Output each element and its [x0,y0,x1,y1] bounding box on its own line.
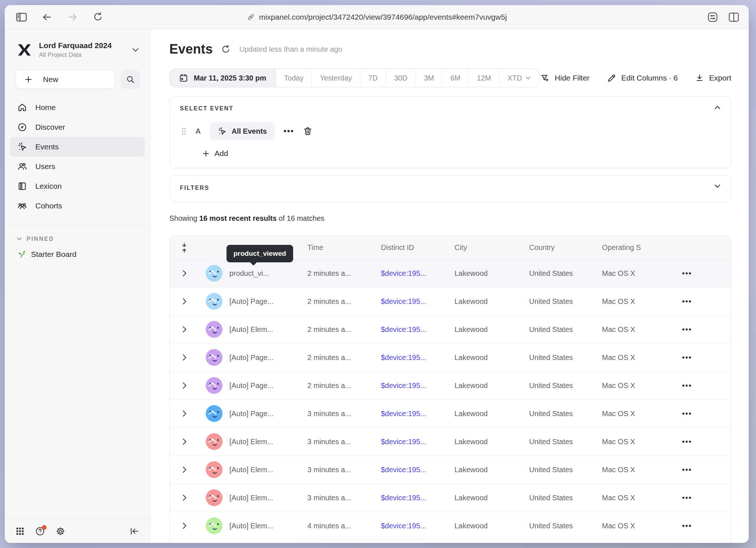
expand-row-icon[interactable] [182,522,187,529]
edit-columns-button[interactable]: Edit Columns · 6 [607,74,678,83]
column-header-distinct-id[interactable]: Distinct ID [381,243,454,252]
page-settings-icon[interactable] [707,12,718,23]
home-icon [17,103,27,112]
row-more-button[interactable]: ••• [682,438,692,446]
distinct-id-link[interactable]: $device:195... [381,466,454,474]
row-more-button[interactable]: ••• [682,325,692,333]
row-more-button[interactable]: ••• [682,494,692,502]
url-text: mixpanel.com/project/3472420/view/397469… [259,13,507,21]
table-row[interactable]: [Auto] Page... 2 minutes a... $device:19… [170,372,731,400]
country-cell: United States [529,269,602,278]
expand-row-icon[interactable] [182,298,187,305]
expand-row-icon[interactable] [182,382,187,389]
sidebar-item-users[interactable]: Users [10,157,145,176]
range-3m[interactable]: 3M [416,69,442,87]
pinned-section-header[interactable]: PINNED [5,226,150,244]
collapse-panel-icon[interactable] [714,105,721,110]
workspace-switcher[interactable]: Lord Farquaad 2024 All Project Data [5,29,150,67]
expand-row-icon[interactable] [182,270,187,277]
expand-row-icon[interactable] [182,494,187,501]
event-more-button[interactable]: ••• [284,126,294,136]
distinct-id-link[interactable]: $device:195... [381,325,454,334]
back-icon[interactable] [40,10,54,24]
distinct-id-link[interactable]: $device:195... [381,297,454,306]
distinct-id-link[interactable]: $device:195... [381,494,454,502]
expand-row-icon[interactable] [182,410,187,417]
address-bar[interactable]: mixpanel.com/project/3472420/view/397469… [247,13,507,21]
city-cell: Lakewood [454,466,529,474]
settings-gear-icon[interactable] [56,527,65,536]
column-header-country[interactable]: Country [529,243,602,252]
table-row[interactable]: [Auto] Elem... 3 minutes a... $device:19… [170,484,731,512]
browser-sidebar-toggle-icon[interactable] [14,10,29,24]
forward-icon[interactable] [65,10,80,24]
row-more-button[interactable]: ••• [682,466,692,474]
table-row[interactable]: [Auto] Elem... 3 minutes a... $device:19… [170,428,731,456]
distinct-id-link[interactable]: $device:195... [381,269,454,278]
help-icon[interactable] [35,527,45,536]
table-row[interactable]: [Auto] Page... 2 minutes a... $device:19… [170,287,731,316]
column-header-city[interactable]: City [454,243,529,252]
add-event-button[interactable]: Add [202,149,721,158]
drag-handle-icon[interactable] [181,127,186,135]
plus-icon [202,150,209,157]
range-today[interactable]: Today [276,69,311,87]
apps-grid-icon[interactable] [16,527,24,536]
export-button[interactable]: Export [695,74,731,82]
row-more-button[interactable]: ••• [682,522,692,530]
split-view-icon[interactable] [728,12,739,22]
sidebar-item-discover[interactable]: Discover [10,117,145,137]
expand-row-icon[interactable] [182,354,187,361]
event-row-letter: A [195,127,201,136]
sidebar-item-events[interactable]: Events [10,137,145,157]
table-row[interactable]: [Auto] Elem... 3 minutes a... $device:19… [170,456,731,484]
range-7d[interactable]: 7D [360,69,386,87]
distinct-id-link[interactable]: $device:195... [381,381,454,390]
expand-row-icon[interactable] [182,438,187,445]
distinct-id-link[interactable]: $device:195... [381,353,454,362]
row-more-button[interactable]: ••• [682,410,692,418]
row-more-button[interactable]: ••• [682,269,692,277]
collapse-all-rows-icon[interactable] [170,242,199,253]
expand-row-icon[interactable] [182,466,187,473]
refresh-icon[interactable] [221,45,231,54]
range-xtd[interactable]: XTD [499,69,539,87]
range-yesterday[interactable]: Yesterday [311,69,360,87]
column-header-os[interactable]: Operating S [602,243,668,252]
table-row[interactable]: [Auto] Page... 3 minutes a... $device:19… [170,400,731,428]
date-picker-button[interactable]: Mar 11, 2025 3:30 pm [170,69,276,87]
row-more-button[interactable]: ••• [682,297,692,305]
table-row[interactable]: [Auto] Elem... 4 minutes a... $device:19… [170,512,731,540]
distinct-id-link[interactable]: $device:195... [381,410,454,418]
os-cell: Mac OS X [602,410,668,418]
reload-icon[interactable] [91,10,105,24]
range-6m[interactable]: 6M [442,69,469,87]
hide-filter-button[interactable]: Hide Filter [540,74,590,83]
range-12m[interactable]: 12M [468,69,499,87]
collapse-sidebar-icon[interactable] [130,527,139,536]
event-selector-chip[interactable]: All Events [210,122,275,140]
event-avatar [206,377,223,394]
range-30d[interactable]: 30D [386,69,416,87]
table-row[interactable] [170,540,731,543]
expand-panel-icon[interactable] [714,184,721,188]
new-button-label: New [43,75,58,84]
sidebar-item-starter-board[interactable]: Starter Board [5,244,150,264]
table-row[interactable]: [Auto] Elem... 2 minutes a... $device:19… [170,316,731,344]
expand-row-icon[interactable] [182,326,187,333]
desktop-background: mixpanel.com/project/3472420/view/397469… [0,0,756,548]
sidebar-item-home[interactable]: Home [10,98,145,117]
row-more-button[interactable]: ••• [682,381,692,390]
link-icon [247,13,255,21]
new-button[interactable]: New [16,70,115,89]
distinct-id-link[interactable]: $device:195... [381,522,454,530]
table-row[interactable]: [Auto] Page... 2 minutes a... $device:19… [170,344,731,372]
sidebar-item-cohorts[interactable]: Cohorts [10,196,145,216]
row-more-button[interactable]: ••• [682,353,692,361]
distinct-id-link[interactable]: $device:195... [381,438,454,446]
search-button[interactable] [121,70,140,89]
sidebar-item-lexicon[interactable]: Lexicon [10,176,145,196]
trash-icon[interactable] [303,126,312,136]
chevron-down-icon[interactable] [132,47,139,52]
column-header-time[interactable]: Time [307,243,381,252]
